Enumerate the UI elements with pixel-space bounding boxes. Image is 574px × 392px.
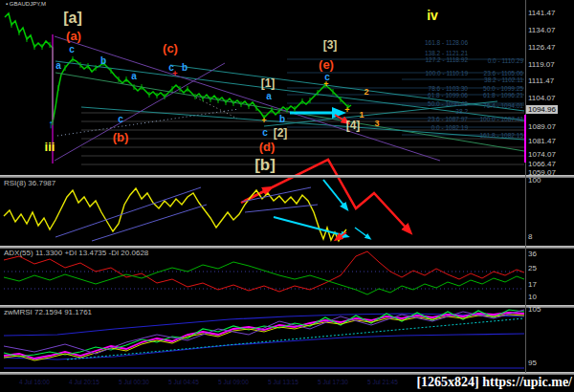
price-axis-label[interactable]: 1081.47 xyxy=(528,138,556,145)
price-axis-label[interactable]: 1066.47 xyxy=(528,161,556,168)
wave-label-a: a xyxy=(266,92,272,101)
fib-level-label: 61.8 - 1096.21 xyxy=(437,92,523,98)
zwmrsi-axis-label[interactable]: 105 xyxy=(528,306,541,314)
wave-label-iv: iv xyxy=(427,9,438,22)
fib-level-label: 0.0 - 1082.19 xyxy=(382,124,468,131)
time-axis-label[interactable]: 4 Jul 16:00 xyxy=(19,379,50,385)
fib-level-label: 38.2 - 1102.11 xyxy=(437,76,523,83)
fib-level-label: 161.8 - 1082.15 xyxy=(437,132,523,139)
price-axis-label[interactable]: 1134.07 xyxy=(528,27,555,34)
wave-label-a: (a) xyxy=(66,30,81,42)
fib-level-label: 38.2 xyxy=(382,108,468,115)
price-axis-divider xyxy=(525,0,526,373)
fib-level-label: 23.6 - 1105.06 xyxy=(437,70,523,76)
wave-label-a: a xyxy=(131,72,137,81)
adx-plus-di-line xyxy=(4,262,524,294)
rsi-axis-label[interactable]: 100 xyxy=(528,177,541,185)
fib-level-label: 76.4 - 1094.01 xyxy=(437,102,523,109)
time-axis-label[interactable]: 5 Jul 00:30 xyxy=(119,379,149,385)
wave-label-b: (b) xyxy=(113,131,129,143)
wave-label-1: [1] xyxy=(261,77,276,89)
time-axis-label[interactable]: 5 Jul 21:45 xyxy=(367,379,398,385)
time-axis-label[interactable]: 5 Jul 13:15 xyxy=(268,379,298,385)
price-axis-label[interactable]: 1141.47 xyxy=(528,10,555,17)
rsi-trendline-2 xyxy=(92,205,207,241)
wave-label-: ↑ xyxy=(48,119,54,130)
rsi-indicator-label: RSI(8) 36.7987 xyxy=(4,179,55,187)
fib-level-label: 100.0 - 1087.41 xyxy=(437,116,523,122)
wave-label-3: 3 xyxy=(374,120,379,128)
price-axis-label[interactable]: 1074.07 xyxy=(528,151,556,159)
mt4-chart-window: ▪ GBAUDJPY,M 1094.96 RSI(8) 36.7987 ADX(… xyxy=(0,0,574,392)
axis-magenta-marker xyxy=(524,115,526,163)
wave-label-a: [a] xyxy=(63,11,82,26)
rsi-axis-label[interactable]: 8 xyxy=(528,233,532,241)
wave-label-: + xyxy=(344,106,349,115)
current-price-box: 1094.96 xyxy=(526,105,558,114)
wave-label-d: (d) xyxy=(259,141,276,153)
wave-label-b: b xyxy=(279,115,285,124)
zwmrsi-indicator-label: zwMRSI 72.1594 91.1761 xyxy=(4,308,92,316)
wave-label-c: c xyxy=(118,115,123,124)
adx-axis-label[interactable]: 17 xyxy=(528,281,537,289)
wave-label-iii: iii xyxy=(45,141,55,153)
wave-label-2: [2] xyxy=(274,127,288,139)
price-axis-label[interactable]: 1111.47 xyxy=(528,77,554,85)
adx-indicator-label: ADX(55) 11.3300 +DI 13.4735 -DI 20.0628 xyxy=(4,249,148,257)
wave-label-b: b xyxy=(100,56,106,66)
wave-label-4: [4] xyxy=(346,120,361,131)
wave-label-: + xyxy=(172,70,177,78)
price-axis-label[interactable]: 1104.07 xyxy=(528,95,555,102)
wave-label-: + xyxy=(323,80,328,89)
zwmrsi-axis-label[interactable]: 95 xyxy=(528,359,537,367)
wave-label-e: (e) xyxy=(319,58,334,71)
wave-label-: + xyxy=(261,117,266,125)
panel-separator-1[interactable] xyxy=(0,175,574,178)
wave-label-c: (c) xyxy=(163,42,178,54)
time-axis-label[interactable]: 5 Jul 04:45 xyxy=(168,379,199,385)
fib-level-label: 50.0 - 1099.25 xyxy=(437,85,523,92)
time-axis-label[interactable]: 5 Jul 09:00 xyxy=(218,379,249,385)
fib-level-label: 0.0 - 1110.29 xyxy=(437,57,523,64)
wave-label-3: [3] xyxy=(323,39,338,51)
wave-label-c: c xyxy=(69,45,75,54)
watermark: [1265x824] https://upic.me/ xyxy=(416,375,572,390)
time-axis-label[interactable]: 4 Jul 20:15 xyxy=(69,379,99,385)
wave-label-2: 2 xyxy=(364,88,368,97)
price-axis-label[interactable]: 1119.07 xyxy=(528,61,555,69)
time-axis-label[interactable]: 5 Jul 17:30 xyxy=(318,379,348,385)
zw-yellow-line xyxy=(4,315,524,360)
price-axis-label[interactable]: 1126.47 xyxy=(528,44,555,52)
adx-axis-label[interactable]: 10 xyxy=(528,294,537,301)
adx-axis-label[interactable]: 25 xyxy=(528,265,537,272)
adx-axis-label[interactable]: 36 xyxy=(528,250,537,258)
fib-level-label: 138.2 - 1121.21 xyxy=(382,50,468,56)
wave-label-1: 1 xyxy=(359,111,364,120)
zw-cyan-dotted xyxy=(67,318,524,359)
violet-trendline-up xyxy=(55,63,225,161)
fib-level-label: 161.8 - 1128.06 xyxy=(382,39,468,46)
rsi-trendline-4 xyxy=(245,205,318,212)
wave-label-b: b xyxy=(182,63,188,73)
wave-label-c: c xyxy=(262,128,268,138)
rsi-cyan-arrow-3 xyxy=(355,228,369,238)
wave-label-b: [b] xyxy=(254,157,276,173)
rsi-cyan-arrow-2 xyxy=(274,217,346,236)
price-axis-label[interactable]: 1089.07 xyxy=(528,123,556,131)
wave-label-a: a xyxy=(55,61,61,71)
